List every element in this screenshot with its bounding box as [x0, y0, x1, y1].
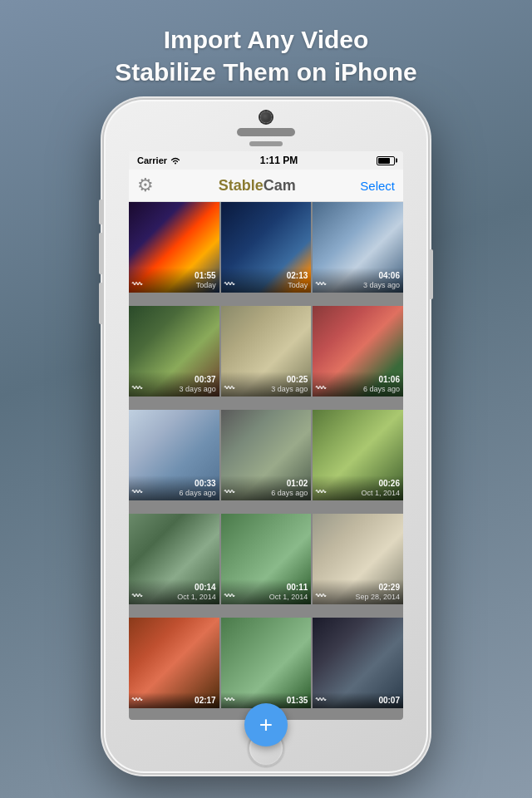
stabilize-icon: [131, 694, 143, 706]
video-cell[interactable]: 00:11Oct 1, 2014: [221, 514, 312, 604]
wifi-icon: [170, 156, 181, 165]
stabilize-icon: [224, 590, 235, 602]
headline: Import Any Video Stabilize Them on iPhon…: [0, 0, 532, 103]
video-duration: 00:07: [316, 696, 400, 706]
video-duration: 00:37: [132, 375, 216, 385]
stabilize-icon: [131, 590, 143, 602]
video-duration: 02:13: [224, 271, 308, 281]
select-button[interactable]: Select: [360, 179, 395, 193]
app-title: StableCam: [219, 177, 296, 195]
carrier-label: Carrier: [137, 155, 167, 165]
video-date: Oct 1, 2014: [224, 593, 308, 602]
headline-text: Import Any Video Stabilize Them on iPhon…: [0, 23, 532, 88]
settings-icon[interactable]: ⚙: [137, 175, 154, 196]
stabilize-icon: [224, 382, 235, 394]
sleep-button: [430, 249, 433, 299]
video-date: Today: [132, 281, 216, 290]
stabilize-icon: [131, 382, 143, 394]
video-date: Oct 1, 2014: [316, 489, 400, 498]
video-duration: 02:17: [132, 696, 216, 706]
status-right: [377, 156, 395, 165]
stabilize-icon: [224, 278, 235, 290]
video-date: 3 days ago: [224, 385, 308, 394]
battery-icon: [377, 156, 395, 165]
mute-button: [99, 200, 102, 224]
video-date: 6 days ago: [132, 489, 216, 498]
stabilize-icon: [315, 382, 327, 394]
video-duration: 00:26: [316, 479, 400, 489]
volume-down-button: [99, 283, 102, 324]
video-cell[interactable]: 01:066 days ago: [313, 306, 403, 397]
video-duration: 01:06: [316, 375, 400, 385]
video-cell[interactable]: 00:14Oct 1, 2014: [129, 514, 219, 604]
video-cell[interactable]: 04:063 days ago: [313, 202, 403, 293]
volume-up-button: [99, 233, 102, 274]
stabilize-icon: [315, 694, 327, 706]
stabilize-icon: [131, 278, 143, 290]
carrier-info: Carrier: [137, 155, 181, 165]
video-duration: 00:33: [132, 479, 216, 489]
video-date: Sep 28, 2014: [316, 593, 400, 602]
video-cell[interactable]: 00:336 days ago: [129, 410, 219, 500]
stabilize-icon: [315, 278, 327, 290]
video-cell[interactable]: 00:07: [313, 618, 403, 708]
stabilize-icon: [224, 486, 235, 498]
video-cell[interactable]: 00:26Oct 1, 2014: [313, 410, 403, 500]
title-cam: Cam: [264, 177, 296, 194]
video-cell[interactable]: 02:13Today: [221, 202, 312, 293]
ear-speaker: [237, 128, 295, 136]
stabilize-icon: [131, 486, 143, 498]
video-date: Today: [224, 281, 308, 290]
add-video-button[interactable]: +: [244, 703, 288, 746]
stabilize-icon: [315, 590, 327, 602]
video-duration: 00:25: [224, 375, 308, 385]
video-cell[interactable]: 02:29Sep 28, 2014: [313, 514, 403, 604]
sensor-bar: [249, 141, 283, 146]
video-date: 3 days ago: [316, 281, 400, 290]
status-time: 1:11 PM: [260, 155, 298, 166]
video-date: 6 days ago: [316, 385, 400, 394]
video-grid: 01:55Today 02:13Today 04:063 days ago 00…: [129, 202, 403, 720]
stabilize-icon: [224, 694, 235, 706]
video-date: 6 days ago: [224, 489, 308, 498]
video-duration: 04:06: [316, 271, 400, 281]
video-date: Oct 1, 2014: [132, 593, 216, 602]
video-cell[interactable]: 00:373 days ago: [129, 306, 219, 397]
video-date: 3 days ago: [132, 385, 216, 394]
video-cell[interactable]: 01:55Today: [129, 202, 219, 293]
phone-top: [104, 100, 428, 151]
nav-bar: ⚙ StableCam Select: [129, 170, 403, 202]
add-video-fab-container: +: [244, 703, 288, 746]
front-camera: [260, 111, 272, 123]
video-duration: 01:55: [132, 271, 216, 281]
video-cell[interactable]: 01:026 days ago: [221, 410, 312, 500]
video-duration: 00:11: [224, 583, 308, 593]
phone-screen: Carrier 1:11 PM ⚙ StableCam Select: [129, 151, 403, 720]
phone-shell: Carrier 1:11 PM ⚙ StableCam Select: [104, 100, 428, 773]
status-bar: Carrier 1:11 PM: [129, 151, 403, 170]
title-stable: Stable: [219, 177, 264, 194]
stabilize-icon: [315, 486, 327, 498]
video-duration: 02:29: [316, 583, 400, 593]
video-duration: 01:02: [224, 479, 308, 489]
video-duration: 00:14: [132, 583, 216, 593]
video-cell[interactable]: 02:17: [129, 618, 219, 708]
video-cell[interactable]: 01:35: [221, 618, 312, 708]
video-cell[interactable]: 00:253 days ago: [221, 306, 312, 397]
